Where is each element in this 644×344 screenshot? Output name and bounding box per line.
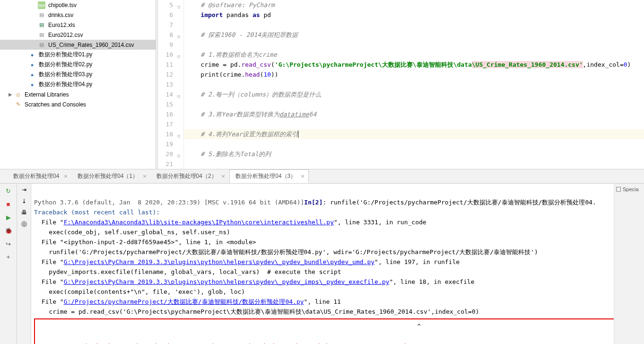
fold-icon[interactable]: ⊟ — [177, 151, 182, 156]
tree-item--03-py[interactable]: ●数据分析预处理03.py — [0, 70, 156, 79]
code-line-10[interactable]: ⊟ # 1.将数据框命名为crime — [184, 50, 644, 60]
text-cursor — [298, 131, 298, 138]
close-icon[interactable]: × — [222, 173, 226, 180]
fold-icon[interactable]: ⊟ — [177, 52, 182, 56]
print-icon[interactable]: 🖶 — [21, 209, 27, 216]
csv-file-icon: ▤ — [38, 11, 45, 19]
py-file-icon: ● — [28, 81, 36, 88]
tree-item--01-py[interactable]: ●数据分析预处理01.py — [0, 50, 156, 60]
scratches-and-consoles[interactable]: ✎Scratches and Consoles — [0, 99, 156, 109]
py-file-icon: ● — [28, 71, 36, 79]
code-token: read_csv — [241, 61, 271, 68]
tree-item-label: Euro2012.csv — [48, 32, 83, 38]
code-token: print(crime. — [200, 71, 245, 78]
code-token: \US_Crime_Rates_1960_2014.csv' — [472, 61, 583, 68]
code-token: crime = pd. — [200, 61, 241, 68]
library-icon: ⎙ — [14, 91, 22, 98]
console-tab[interactable]: 数据分析预处理04（1）× — [72, 169, 151, 183]
right-tool-panel[interactable]: Specia — [614, 184, 644, 344]
code-line-19[interactable] — [184, 139, 644, 149]
code-token: pandas — [223, 11, 252, 18]
code-line-9[interactable] — [184, 40, 644, 50]
error-highlight-box: ^ SyntaxError: (unicode error) 'unicodee… — [34, 318, 638, 344]
panel-icon — [616, 187, 621, 192]
close-icon[interactable]: × — [64, 173, 68, 180]
console-line: : runfile('G:/Projects/pycharmeProject/大… — [323, 199, 596, 206]
code-line-8[interactable]: ⊟ # 探索1960 - 2014美国犯罪数据 — [184, 30, 644, 40]
console-prompt: In[2] — [304, 199, 322, 206]
code-line-12[interactable]: print(crime.head(10)) — [184, 70, 644, 79]
traceback-link[interactable]: G:\Projects\PyCharm 2019.3.3\plugins\pyt… — [64, 278, 390, 285]
code-token: pd — [260, 11, 271, 18]
console-line: pydev_imports.execfile(filename, global_… — [34, 268, 341, 275]
tab-label: 数据分析预处理04（1） — [78, 172, 138, 180]
run-tabs[interactable]: 数据分析预处理04×数据分析预处理04（1）×数据分析预处理04（2）×数据分析… — [0, 169, 644, 184]
code-token: as — [252, 11, 260, 18]
code-line-17[interactable] — [184, 119, 644, 129]
console-line: Python 3.7.6 (default, Jan 8 2020, 20:23… — [34, 199, 304, 206]
console-tab[interactable]: 数据分析预处理04× — [8, 169, 72, 183]
code-body[interactable]: ⊟ # @software: PyCharm import pandas as … — [184, 0, 644, 169]
python-console[interactable]: Python 3.7.6 (default, Jan 8 2020, 20:23… — [31, 184, 644, 344]
variables-icon[interactable]: ⓞ — [21, 221, 27, 229]
fold-icon[interactable]: ⊟ — [177, 131, 182, 136]
tree-item--04-py[interactable]: ●数据分析预处理04.py — [0, 79, 156, 89]
scroll-to-end-icon[interactable]: ⤓ — [22, 198, 26, 204]
tree-item-drinks-csv[interactable]: ▤drinks.csv — [0, 10, 156, 20]
scratch-icon: ✎ — [14, 101, 22, 108]
traceback-link[interactable]: G:\Projects\PyCharm 2019.3.3\plugins\pyt… — [64, 258, 374, 265]
code-line-6[interactable]: import pandas as pd — [184, 10, 644, 20]
run-icon[interactable]: ▶ — [4, 213, 13, 221]
tab-label: 数据分析预处理04（2） — [157, 172, 217, 180]
soft-wrap-icon[interactable]: ⇥ — [22, 186, 26, 193]
console-line: Traceback (most recent call last): — [34, 209, 160, 216]
console-line: ^ — [36, 323, 421, 330]
code-editor[interactable]: 56789101112131415161718192021 ⊟ # @softw… — [158, 0, 644, 169]
add-icon[interactable]: ＋ — [4, 253, 13, 261]
tree-item--02-py[interactable]: ●数据分析预处理02.py — [0, 60, 156, 70]
tree-item-Euro12-xls[interactable]: ▤Euro12.xls — [0, 20, 156, 30]
code-token: ,index_col= — [583, 61, 624, 68]
code-line-21[interactable] — [184, 159, 644, 169]
code-token: # 4.将列Year设置为数据框的索引 — [200, 131, 298, 138]
tree-item-label: 数据分析预处理04.py — [39, 80, 92, 88]
py-file-icon: ● — [28, 51, 36, 59]
traceback-link[interactable]: F:\Anaconda3\Anaconda3\lib\site-packages… — [64, 219, 334, 226]
line-gutter: 56789101112131415161718192021 — [158, 0, 184, 169]
traceback-link[interactable]: G:/Projects/pycharmeProject/大数据比赛/泰迪智能科技… — [64, 298, 304, 305]
debug-icon[interactable]: 🐞 — [4, 226, 13, 235]
console-tool-column-2: ⇥ ⤓ 🖶 ⓞ — [17, 184, 31, 344]
code-line-18[interactable]: ⊟ # 4.将列Year设置为数据框的索引 — [184, 129, 644, 139]
console-tab[interactable]: 数据分析预处理04（3）× — [229, 169, 309, 183]
code-token: 'G:\Projects\pycharmeProject\大数据比赛\泰迪智能科… — [275, 61, 472, 68]
close-icon[interactable]: × — [143, 173, 147, 180]
tree-item-chipotle-tsv[interactable]: tsvchipotle.tsv — [0, 0, 156, 10]
fold-icon[interactable]: ⊟ — [177, 91, 182, 96]
project-tree[interactable]: tsvchipotle.tsv▤drinks.csv▤Euro12.xls▤Eu… — [0, 0, 156, 169]
code-line-5[interactable]: ⊟ # @software: PyCharm — [184, 0, 644, 10]
console-tab[interactable]: 数据分析预处理04（2）× — [151, 169, 230, 183]
tree-item-Euro2012-csv[interactable]: ▤Euro2012.csv — [0, 30, 156, 40]
code-line-15[interactable] — [184, 99, 644, 109]
fold-icon[interactable]: ⊟ — [177, 2, 182, 7]
code-token: datatime — [279, 111, 309, 118]
code-line-7[interactable] — [184, 20, 644, 30]
code-line-16[interactable]: # 3.将Year数据类型转换为datatime64 — [184, 109, 644, 119]
tree-label: External Libraries — [25, 91, 69, 98]
fold-icon[interactable]: ⊟ — [177, 32, 182, 36]
tree-item-label: drinks.csv — [48, 12, 73, 18]
close-icon[interactable]: × — [301, 173, 305, 180]
code-line-11[interactable]: crime = pd.read_csv('G:\Projects\pycharm… — [184, 60, 644, 70]
code-line-13[interactable] — [184, 79, 644, 89]
tree-label: Scratches and Consoles — [25, 101, 86, 108]
rerun-icon[interactable]: ↻ — [4, 186, 13, 195]
stop-icon[interactable]: ■ — [4, 200, 13, 208]
tree-item-label: US_Crime_Rates_1960_2014.csv — [48, 42, 134, 48]
code-line-20[interactable]: ⊟ # 5.删除名为Total的列 — [184, 149, 644, 159]
console-line: File "<ipython-input-2-dd87f659ae45>", l… — [34, 238, 256, 246]
tree-item-US_Crime_Rates_1960_2014-csv[interactable]: ▤US_Crime_Rates_1960_2014.csv — [0, 40, 156, 50]
history-icon[interactable]: ↪ — [4, 239, 13, 248]
code-line-14[interactable]: ⊟ # 2.每一列（columns）的数据类型是什么 — [184, 89, 644, 99]
external-libraries[interactable]: ▶⎙External Libraries — [0, 89, 156, 99]
code-token: # @software: PyCharm — [200, 1, 275, 9]
